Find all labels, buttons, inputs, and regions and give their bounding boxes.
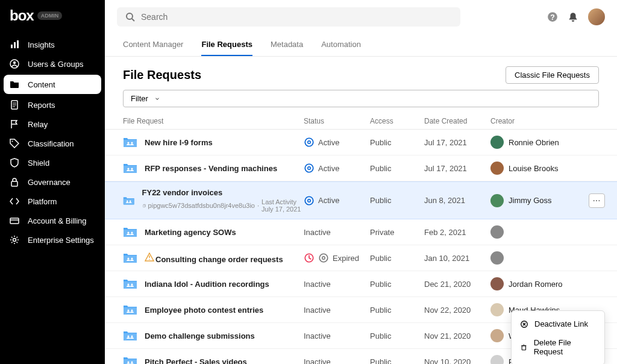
sidebar-item-enterprise-settings[interactable]: Enterprise Settings bbox=[0, 230, 105, 249]
table-row[interactable]: RFP responses - Vending machinesActivePu… bbox=[105, 155, 617, 181]
sidebar-item-label: Reports bbox=[28, 101, 55, 110]
menu-deactivate-label: Deactivate Link bbox=[534, 319, 588, 328]
lock-icon bbox=[10, 177, 19, 187]
sidebar-header: box ADMIN bbox=[0, 0, 105, 31]
column-date-created[interactable]: Date Created bbox=[424, 117, 490, 125]
sidebar-item-label: Insights bbox=[28, 40, 55, 49]
row-date: Jul 17, 2021 bbox=[424, 164, 490, 173]
avatar-icon bbox=[490, 355, 504, 364]
row-date: Jun 8, 2021 bbox=[424, 196, 490, 205]
tag-icon bbox=[10, 139, 19, 148]
search-input[interactable] bbox=[141, 12, 452, 22]
tab-content-manager[interactable]: Content Manager bbox=[123, 34, 183, 56]
row-status: Expired bbox=[333, 254, 359, 263]
sidebar-item-account-billing[interactable]: Account & Billing bbox=[0, 211, 105, 230]
filter-dropdown[interactable]: Filter bbox=[123, 90, 599, 107]
deactivate-icon bbox=[520, 320, 528, 328]
sidebar-item-platform[interactable]: Platform bbox=[0, 192, 105, 211]
search-box[interactable] bbox=[117, 7, 460, 27]
warning-icon bbox=[145, 253, 154, 262]
row-name: Pitch Perfect - Sales videos bbox=[145, 357, 247, 365]
row-access: Public bbox=[370, 164, 424, 173]
shield-icon bbox=[10, 158, 19, 168]
folder-shared-icon bbox=[123, 195, 135, 207]
sidebar-item-label: Relay bbox=[28, 120, 48, 129]
column-status[interactable]: Status bbox=[304, 117, 370, 125]
document-icon bbox=[10, 100, 19, 110]
sidebar-item-content[interactable]: Content bbox=[4, 75, 101, 94]
bar-chart-icon bbox=[10, 40, 19, 49]
row-status: Active bbox=[318, 196, 339, 205]
folder-shared-icon bbox=[123, 252, 137, 264]
clock-icon bbox=[304, 253, 315, 263]
row-status: Inactive bbox=[304, 280, 331, 289]
row-date: Nov 22, 2020 bbox=[424, 306, 490, 315]
row-status: Inactive bbox=[304, 228, 331, 237]
copy-icon[interactable] bbox=[142, 202, 146, 209]
sidebar-item-shield[interactable]: Shield bbox=[0, 153, 105, 172]
table-body: New hire I-9 formsActivePublicJul 17, 20… bbox=[105, 130, 617, 364]
row-sublabel: pipgwc5w73dsatfdsbu0n8jr4ve8u3io · Last … bbox=[142, 198, 304, 213]
menu-delete-label: Delete File Request bbox=[534, 338, 596, 356]
link-icon bbox=[304, 137, 315, 148]
link-icon bbox=[304, 195, 315, 206]
row-date: Jan 10, 2021 bbox=[424, 254, 490, 263]
user-circle-icon bbox=[10, 59, 19, 69]
row-date: Feb 2, 2021 bbox=[424, 228, 490, 237]
row-status: Inactive bbox=[304, 306, 331, 315]
link-icon bbox=[304, 163, 315, 174]
trash-icon bbox=[520, 343, 528, 351]
folder-shared-icon bbox=[123, 278, 137, 290]
row-creator: Jordan Romero bbox=[509, 280, 563, 289]
sidebar-item-governance[interactable]: Governance bbox=[0, 172, 105, 192]
table-row[interactable]: FY22 vendor invoicespipgwc5w73dsatfdsbu0… bbox=[105, 181, 617, 219]
sidebar-item-insights[interactable]: Insights bbox=[0, 35, 105, 54]
tab-automation[interactable]: Automation bbox=[321, 34, 361, 56]
sidebar-item-label: Shield bbox=[28, 158, 49, 168]
code-icon bbox=[10, 196, 19, 206]
chevron-down-icon bbox=[154, 96, 160, 102]
column-creator[interactable]: Creator bbox=[490, 117, 587, 125]
admin-badge: ADMIN bbox=[37, 11, 63, 20]
sidebar-item-label: Classification bbox=[28, 139, 74, 148]
folder-shared-icon bbox=[123, 304, 137, 316]
table-row[interactable]: Consulting change order requestsExpiredP… bbox=[105, 245, 617, 271]
search-icon bbox=[125, 12, 135, 22]
tab-file-requests[interactable]: File Requests bbox=[201, 34, 252, 56]
row-name: FY22 vendor invoices bbox=[142, 188, 223, 197]
user-avatar[interactable] bbox=[588, 8, 605, 25]
tab-metadata[interactable]: Metadata bbox=[271, 34, 303, 56]
avatar-icon bbox=[490, 136, 504, 149]
avatar-icon bbox=[490, 225, 504, 239]
row-creator: Jimmy Goss bbox=[509, 196, 552, 205]
sidebar-item-label: Users & Groups bbox=[28, 60, 83, 69]
sidebar-item-label: Enterprise Settings bbox=[28, 236, 94, 245]
sidebar-item-classification[interactable]: Classification bbox=[0, 134, 105, 153]
avatar-icon bbox=[490, 194, 504, 207]
row-date: Nov 10, 2020 bbox=[424, 357, 490, 365]
row-creator: Louise Brooks bbox=[509, 164, 558, 173]
row-status: Inactive bbox=[304, 357, 331, 365]
bell-icon[interactable] bbox=[568, 11, 578, 22]
classic-file-requests-button[interactable]: Classic File Requests bbox=[506, 66, 599, 84]
sidebar-item-relay[interactable]: Relay bbox=[0, 115, 105, 134]
column-file-request[interactable]: File Request bbox=[123, 117, 304, 125]
column-access[interactable]: Access bbox=[370, 117, 424, 125]
table-row[interactable]: New hire I-9 formsActivePublicJul 17, 20… bbox=[105, 130, 617, 155]
help-icon[interactable] bbox=[547, 11, 558, 22]
row-more-button[interactable]: ··· bbox=[589, 193, 605, 208]
menu-deactivate-link[interactable]: Deactivate Link bbox=[512, 315, 604, 333]
table-row[interactable]: Indiana Idol - Audition recordingsInacti… bbox=[105, 271, 617, 297]
avatar-icon bbox=[490, 303, 504, 316]
card-icon bbox=[10, 216, 19, 225]
filter-label: Filter bbox=[131, 94, 148, 103]
sidebar-item-reports[interactable]: Reports bbox=[0, 95, 105, 115]
sidebar-item-users-groups[interactable]: Users & Groups bbox=[0, 54, 105, 74]
row-context-menu: Deactivate Link Delete File Request bbox=[511, 310, 605, 364]
folder-shared-icon bbox=[123, 226, 137, 238]
row-name: Employee photo contest entries bbox=[145, 306, 263, 315]
menu-delete-request[interactable]: Delete File Request bbox=[512, 333, 604, 361]
row-access: Public bbox=[370, 306, 424, 315]
top-bar bbox=[105, 0, 617, 34]
table-row[interactable]: Marketing agency SOWsInactivePrivateFeb … bbox=[105, 219, 617, 245]
